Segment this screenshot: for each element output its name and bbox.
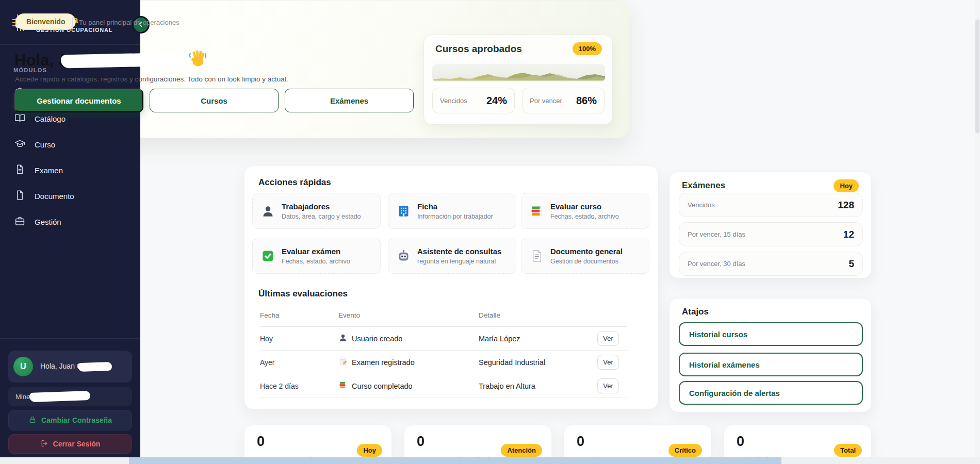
sidebar-item-documento[interactable]: Documento	[6, 185, 134, 207]
gestionar-documentos-button[interactable]: Gestionar documentos	[14, 89, 143, 112]
configuracion-alertas-button[interactable]: Configuración de alertas	[679, 381, 863, 405]
welcome-actions: Gestionar documentos Cursos Exámenes	[14, 89, 414, 112]
action-card-trabajadores[interactable]: Trabajadores Datos, área, cargo y estado	[252, 193, 381, 229]
sidebar-divider	[0, 44, 140, 45]
sidebar-item-label: Gestión	[35, 218, 61, 226]
sparkline-chart	[432, 64, 605, 81]
sidebar-item-label: Examen	[35, 166, 63, 175]
cursos-aprobados-card: Cursos aprobados 100% Vencidos 24%	[423, 35, 613, 125]
status-badge: Total	[834, 444, 862, 457]
column-header-detalle: Detalle	[479, 311, 597, 319]
books-icon	[530, 204, 544, 218]
horizontal-scrollbar	[0, 457, 980, 464]
file-text-icon	[14, 164, 25, 176]
exam-stat-row: Vencidos 128	[679, 193, 863, 217]
lock-icon	[28, 416, 37, 425]
atajos-title: Atajos	[682, 307, 709, 317]
briefcase-icon	[14, 216, 25, 228]
books-icon	[338, 380, 348, 391]
vertical-scrollbar	[975, 0, 980, 457]
examenes-panel: Exámenes Hoy Vencidos 128 Por vencer, 15…	[669, 172, 872, 278]
worker-icon	[261, 204, 275, 218]
sidebar-item-label: Documento	[35, 192, 74, 201]
stat-value: 0	[577, 434, 584, 450]
avatar: U	[13, 357, 33, 376]
ver-button[interactable]: Ver	[597, 331, 619, 346]
divider	[72, 17, 73, 27]
vertical-scrollbar-thumb[interactable]	[975, 20, 979, 133]
table-row: Hace 2 días Curso completado Trabajo en …	[260, 374, 627, 398]
historial-cursos-button[interactable]: Historial cursos	[679, 322, 863, 346]
cursos-button[interactable]: Cursos	[150, 89, 279, 112]
robot-icon	[397, 249, 411, 263]
logout-icon	[40, 439, 48, 449]
hoy-badge: Hoy	[834, 179, 859, 192]
file-icon	[14, 190, 25, 202]
percentage-badge: 100%	[573, 42, 602, 55]
acciones-rapidas-title: Acciones rápidas	[258, 177, 331, 188]
welcome-tagline: Tu panel principal de operaciones	[79, 19, 179, 26]
document-icon	[530, 249, 544, 263]
exam-stat-row: Por vencer, 30 días 5	[679, 252, 863, 276]
ver-button[interactable]: Ver	[597, 355, 619, 370]
sidebar-item-label: Curso	[35, 140, 55, 149]
redaction-overlay	[78, 362, 112, 372]
book-open-icon	[14, 112, 25, 125]
quick-actions-panel: Acciones rápidas Trabajadores Datos, áre…	[244, 165, 659, 409]
sidebar-item-label: Catálogo	[35, 114, 66, 123]
building-icon	[397, 204, 411, 218]
logout-button[interactable]: Cerrar Sesión	[8, 434, 132, 454]
action-card-documento-general[interactable]: Documento general Gestión de documentos	[521, 238, 649, 274]
examenes-button[interactable]: Exámenes	[285, 89, 414, 112]
sidebar-item-curso[interactable]: Curso	[6, 133, 134, 156]
change-password-button[interactable]: Cambiar Contraseña	[8, 410, 132, 430]
stat-value: 0	[257, 434, 265, 450]
ultimas-evaluaciones-title: Últimas evaluaciones	[258, 289, 348, 299]
company-box: Minera N	[8, 387, 132, 406]
historial-examenes-button[interactable]: Historial exámenes	[679, 353, 863, 376]
stat-value: 0	[417, 434, 424, 450]
welcome-badge: Bienvenido	[15, 13, 76, 30]
redaction-overlay	[29, 391, 90, 402]
column-header-evento: Evento	[338, 311, 479, 319]
table-row: Ayer Examen registrado Seguridad Industr…	[260, 351, 627, 374]
sidebar-item-gestion[interactable]: Gestión	[6, 210, 134, 233]
welcome-description: Accede rápido a catálogos, registros y c…	[15, 75, 288, 83]
column-header-fecha: Fecha	[260, 311, 338, 319]
sidebar-item-examen[interactable]: Examen	[6, 159, 134, 181]
user-card[interactable]: U Hola, Juan C	[8, 351, 132, 383]
status-badge: Crítico	[668, 444, 702, 457]
status-badge: Hoy	[357, 444, 382, 457]
graduation-cap-icon	[14, 138, 25, 151]
memo-icon	[338, 357, 348, 368]
action-card-evaluar-examen[interactable]: Evaluar exámen Fechas, estado, archivo	[252, 238, 381, 274]
cursos-aprobados-title: Cursos aprobados	[435, 43, 522, 55]
examenes-title: Exámenes	[682, 180, 725, 191]
vencidos-stat: Vencidos 24%	[432, 88, 515, 113]
greeting-heading: Hola, J	[14, 48, 207, 72]
check-icon	[261, 249, 275, 263]
wave-emoji-icon	[188, 48, 207, 72]
por-vencer-stat: Por vencer 86%	[522, 88, 605, 113]
exam-stat-row: Por vencer, 15 días 12	[679, 222, 863, 246]
action-card-asistente[interactable]: Asistente de consultas regunta en lengua…	[388, 238, 516, 274]
table-row: Hoy Usuario creado María López Ver	[260, 327, 627, 351]
ver-button[interactable]: Ver	[597, 378, 619, 393]
action-card-evaluar-curso[interactable]: Evaluar curso Fechas, estado, archivo	[521, 193, 649, 229]
status-badge: Atención	[501, 444, 542, 457]
horizontal-scrollbar-thumb[interactable]	[129, 457, 781, 464]
evaluaciones-table: Fecha Evento Detalle Hoy Usuario creado …	[260, 304, 627, 398]
user-icon	[338, 333, 348, 344]
sidebar-divider	[0, 338, 140, 339]
redaction-overlay	[60, 53, 183, 69]
stat-value: 0	[737, 434, 744, 450]
table-header: Fecha Evento Detalle	[260, 304, 627, 327]
action-card-ficha[interactable]: Ficha Información por trabajador	[388, 193, 516, 229]
user-greeting: Hola, Juan C	[40, 362, 112, 371]
atajos-panel: Atajos Historial cursos Historial exámen…	[669, 298, 872, 412]
app-root: CoreData GESTIÓN OCUPACIONAL MÓDULOS Adm…	[0, 0, 980, 464]
